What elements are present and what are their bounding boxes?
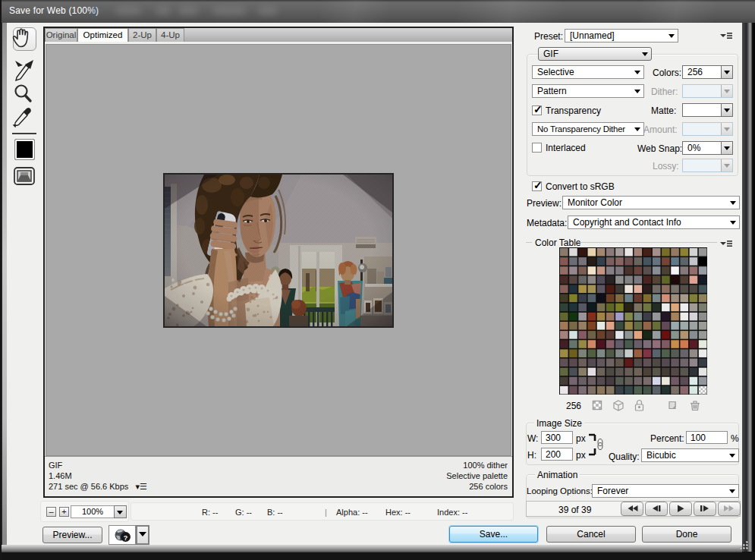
svg-text:?: ? bbox=[124, 534, 128, 542]
